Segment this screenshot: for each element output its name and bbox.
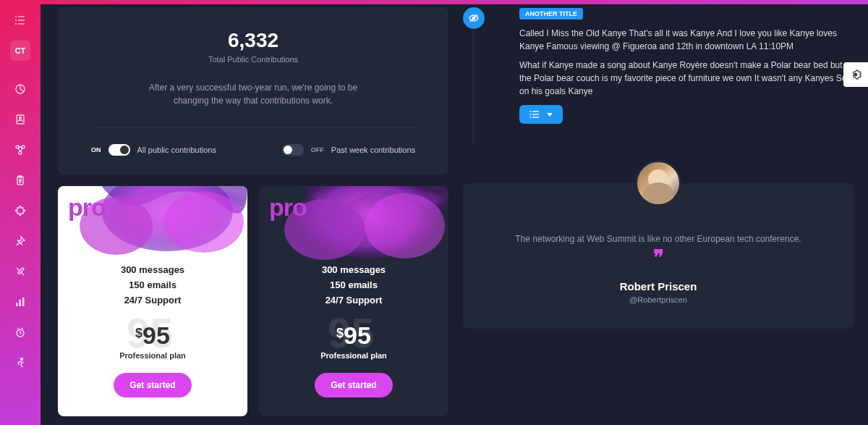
testimonial-text: The networking at Web Summit is like no … — [489, 234, 827, 244]
timeline-badge: ANOTHER TITLE — [519, 8, 583, 20]
chevron-down-icon — [547, 113, 553, 117]
svg-point-0 — [15, 16, 17, 17]
svg-rect-27 — [532, 111, 539, 111]
toggle-on-text: ON — [91, 146, 101, 153]
tools-icon[interactable] — [14, 265, 27, 278]
quote-icon: ❞ — [489, 250, 827, 266]
contrib-count: 6,332 — [91, 29, 415, 52]
contrib-label: Total Public Contributions — [91, 55, 415, 64]
bar-chart-icon[interactable] — [14, 295, 27, 308]
list-icon[interactable] — [14, 14, 26, 29]
avatar — [635, 160, 681, 206]
feat-messages: 300 messages — [272, 264, 435, 275]
timeline-body: Called I Miss the Old Kanye That's all i… — [519, 27, 854, 98]
eye-off-icon — [463, 7, 485, 29]
svg-point-22 — [299, 186, 437, 258]
feat-messages: 300 messages — [71, 264, 234, 275]
contributions-card: 6,332 Total Public Contributions After a… — [58, 7, 448, 174]
testimonial-card: The networking at Web Summit is like no … — [463, 183, 854, 329]
feat-emails: 150 emails — [272, 279, 435, 290]
clock-icon[interactable] — [14, 326, 27, 339]
running-icon[interactable] — [14, 356, 27, 369]
connections-icon[interactable] — [14, 143, 27, 156]
svg-point-26 — [530, 111, 532, 112]
pie-chart-icon[interactable] — [14, 83, 27, 96]
toggle-off-label: Past week contributions — [331, 145, 415, 155]
contrib-desc: After a very successful two-year run, we… — [137, 81, 369, 107]
testimonial-handle: @Robertpriscen — [489, 295, 827, 304]
svg-rect-1 — [18, 16, 25, 17]
svg-point-18 — [21, 358, 23, 361]
feat-emails: 150 emails — [71, 279, 234, 290]
pricing-card-dark: pro 300 messages 150 emails 24/7 Support… — [259, 186, 448, 416]
get-started-button[interactable]: Get started — [315, 373, 392, 397]
svg-rect-29 — [532, 114, 539, 114]
pricing-card-light: pro 300 messages 150 emails 24/7 Support… — [58, 186, 247, 416]
feat-support: 24/7 Support — [272, 295, 435, 306]
svg-point-21 — [163, 192, 244, 253]
svg-point-8 — [20, 117, 22, 119]
pro-badge: pro — [269, 193, 307, 222]
settings-fab[interactable] — [843, 62, 868, 87]
toggle-on-label: All public contributions — [137, 145, 216, 155]
svg-point-10 — [22, 146, 25, 148]
svg-point-30 — [530, 117, 532, 118]
puzzle-icon[interactable] — [14, 204, 27, 217]
top-accent-bar — [0, 0, 868, 4]
timeline-item: ANOTHER TITLE Called I Miss the Old Kany… — [463, 7, 854, 124]
svg-point-28 — [530, 114, 532, 115]
svg-rect-16 — [22, 298, 25, 306]
toggle-off-text: OFF — [311, 146, 324, 153]
toggle-week-contrib[interactable] — [282, 144, 304, 156]
brand-badge[interactable]: CT — [10, 41, 30, 61]
svg-point-24 — [365, 193, 445, 258]
testimonial-name: Robert Priscen — [489, 280, 827, 293]
svg-rect-14 — [16, 303, 18, 306]
timeline-dropdown-button[interactable] — [519, 105, 563, 124]
users-icon[interactable] — [14, 113, 27, 126]
toggle-all-contrib[interactable] — [109, 144, 130, 156]
svg-point-11 — [19, 151, 22, 154]
svg-rect-31 — [532, 117, 539, 117]
svg-point-2 — [15, 20, 17, 21]
svg-point-19 — [101, 186, 232, 251]
price-value: 95 $95 — [336, 321, 371, 350]
pin-icon[interactable] — [14, 235, 27, 248]
get-started-button[interactable]: Get started — [114, 373, 191, 397]
list-icon — [529, 110, 540, 119]
clipboard-icon[interactable] — [14, 174, 27, 187]
svg-rect-15 — [20, 300, 22, 306]
sidebar: CT — [0, 4, 41, 425]
svg-point-4 — [15, 23, 17, 25]
price-value: 95 $95 — [135, 321, 170, 350]
svg-rect-3 — [18, 20, 25, 20]
svg-rect-5 — [18, 23, 25, 24]
svg-point-9 — [16, 146, 19, 148]
pro-badge: pro — [68, 193, 106, 222]
feat-support: 24/7 Support — [71, 295, 234, 306]
main-content: 6,332 Total Public Contributions After a… — [41, 0, 868, 421]
